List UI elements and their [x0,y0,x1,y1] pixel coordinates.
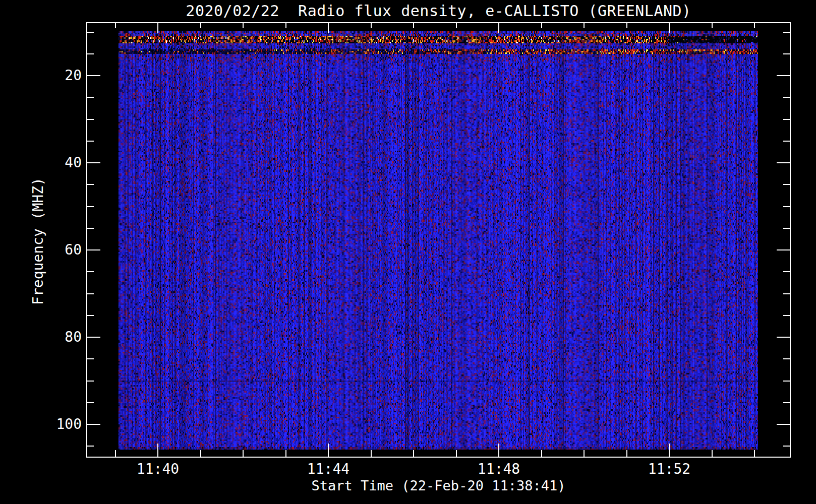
axis-tick [87,337,100,338]
axis-tick [157,23,158,33]
axis-tick [777,249,790,250]
axis-tick [328,23,329,33]
axis-tick [626,23,627,28]
axis-tick [783,119,790,120]
axis-tick [783,97,790,98]
axis-tick [669,444,670,457]
axis-tick [584,450,585,457]
axis-tick [456,450,457,457]
axis-tick [783,32,790,33]
axis-tick [498,444,499,457]
axis-tick [712,23,713,28]
axis-tick [285,23,286,28]
axis-tick [371,450,372,457]
axis-line-left [86,22,87,458]
x-tick-label: 11:48 [463,461,534,477]
axis-tick [87,162,100,163]
axis-line-bottom [86,457,791,458]
axis-tick [87,119,94,120]
axis-tick [626,450,627,457]
axis-tick [783,402,790,403]
axis-tick [87,293,94,294]
axis-line-top [86,22,791,23]
spectrogram-page: 2020/02/22 Radio flux density, e-CALLIST… [0,0,816,504]
axis-tick [87,446,94,447]
axis-tick [200,450,201,457]
axis-tick [783,293,790,294]
axis-tick [87,141,94,142]
axis-tick [371,23,372,28]
axis-tick [87,381,94,382]
axis-tick [87,271,94,272]
axis-tick [783,271,790,272]
axis-tick [243,450,244,457]
axis-tick [87,75,100,76]
axis-tick [285,450,286,457]
axis-tick [87,424,100,425]
axis-tick [87,358,94,359]
axis-tick [413,23,414,28]
axis-tick [783,53,790,54]
y-tick-label: 20 [29,67,82,84]
axis-tick [783,228,790,229]
axis-tick [115,23,116,28]
axis-tick [783,141,790,142]
axis-tick [669,23,670,33]
axis-tick [413,450,414,457]
axis-line-right [790,22,791,458]
x-axis-label: Start Time (22-Feb-20 11:38:41) [87,478,790,493]
x-tick-label: 11:52 [634,461,705,477]
axis-tick [754,450,755,457]
y-axis-label: Frequency (MHZ) [30,136,46,347]
axis-tick [157,444,158,457]
axis-tick [783,184,790,185]
axis-tick [243,23,244,28]
spectrogram-image [119,31,758,450]
axis-tick [783,206,790,207]
axis-tick [87,97,94,98]
axis-tick [87,32,94,33]
x-tick-label: 11:44 [293,461,364,477]
axis-tick [783,315,790,316]
axis-tick [498,23,499,33]
x-tick-label: 11:40 [123,461,193,477]
axis-tick [783,446,790,447]
axis-tick [87,228,94,229]
axis-tick [87,53,94,54]
plot-title: 2020/02/22 Radio flux density, e-CALLIST… [87,2,790,20]
axis-tick [87,315,94,316]
axis-tick [777,337,790,338]
axis-tick [754,23,755,28]
axis-tick [87,184,94,185]
axis-tick [87,206,94,207]
axis-tick [200,23,201,28]
axis-tick [712,450,713,457]
axis-tick [777,162,790,163]
axis-tick [115,450,116,457]
axis-tick [87,402,94,403]
axis-tick [783,381,790,382]
axis-tick [777,75,790,76]
axis-tick [456,23,457,28]
axis-tick [783,358,790,359]
axis-tick [87,249,100,250]
axis-tick [777,424,790,425]
axis-tick [584,23,585,28]
axis-tick [328,444,329,457]
y-tick-label: 100 [29,416,82,432]
axis-tick [541,450,542,457]
axis-tick [541,23,542,28]
